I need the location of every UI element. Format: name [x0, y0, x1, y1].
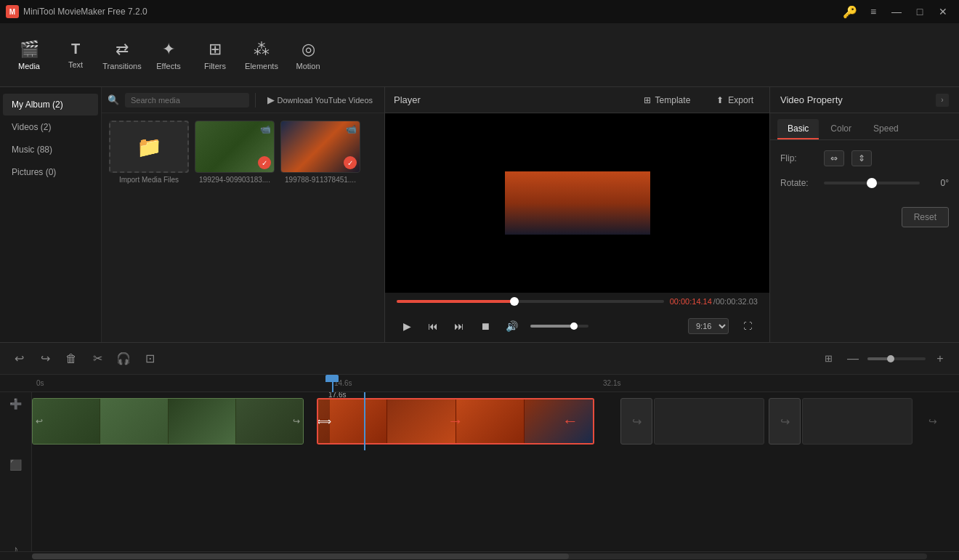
elements-icon: ⁂ [254, 40, 270, 59]
flip-row: Flip: ⇔ ⇕ [780, 150, 949, 166]
export-button[interactable]: ⬆ Export [709, 92, 761, 108]
progress-bar[interactable]: 00:00:14.14 / 00:00:32.03 [394, 293, 761, 310]
zoom-track[interactable] [867, 357, 926, 360]
scroll-track[interactable] [32, 553, 927, 559]
video-clip-2[interactable]: ⟺ → ← [317, 398, 594, 445]
flip-horizontal-button[interactable]: ⇔ [824, 150, 844, 166]
toolbar-filters[interactable]: ⊞ Filters [192, 29, 238, 81]
media-thumb-1[interactable]: 📹 ✓ [195, 121, 275, 173]
volume-thumb[interactable] [570, 322, 578, 330]
rotate-slider[interactable] [824, 182, 920, 184]
toolbar-text[interactable]: T Text [52, 29, 99, 81]
stop-button[interactable]: ⏹ [475, 316, 495, 336]
zoom-thumb[interactable] [887, 355, 894, 362]
tab-speed[interactable]: Speed [863, 119, 909, 139]
main-container: 🎬 Media T Text ⇄ Transitions ✦ Effects ⊞… [0, 23, 959, 560]
menu-button[interactable]: ≡ [863, 3, 883, 20]
rotate-value: 0° [927, 178, 949, 188]
app-logo: M [6, 5, 19, 18]
sidebar-item-my-album[interactable]: My Album (2) [3, 94, 98, 115]
rotate-row: Rotate: 0° [780, 178, 949, 188]
flip-vertical-button[interactable]: ⇕ [851, 150, 872, 166]
ruler-mark-0s: 0s [36, 379, 44, 387]
import-thumb[interactable]: 📁 [109, 121, 189, 173]
cut-button[interactable]: ✂ [87, 349, 108, 369]
toolbar-motion[interactable]: ◎ Motion [285, 29, 331, 81]
toolbar-transitions[interactable]: ⇄ Transitions [99, 29, 145, 81]
toolbar-elements[interactable]: ⁂ Elements [238, 29, 285, 81]
transition-slot-1[interactable]: ↪ [620, 398, 652, 445]
undo-button[interactable]: ↩ [9, 349, 29, 369]
redo-button[interactable]: ↪ [35, 349, 55, 369]
volume-button[interactable]: 🔊 [501, 316, 522, 336]
titlebar-controls: 🔑 ≡ — □ ✕ [840, 3, 953, 20]
property-content: Flip: ⇔ ⇕ Rotate: 0° [770, 140, 959, 198]
download-youtube-button[interactable]: ▶ Download YouTube Videos [262, 92, 379, 108]
template-button[interactable]: ⊞ Template [636, 92, 698, 108]
sidebar-item-videos[interactable]: Videos (2) [3, 116, 98, 138]
search-input[interactable] [125, 93, 249, 107]
zoom-out-button[interactable]: — [843, 349, 863, 369]
key-icon: 🔑 [843, 5, 857, 19]
clip2-resize-left[interactable]: ⟺ [318, 399, 330, 443]
next-frame-button[interactable]: ⏭ [449, 316, 469, 336]
audio-button[interactable]: 🎧 [113, 349, 134, 369]
progress-thumb[interactable] [510, 297, 519, 306]
media-file-2[interactable]: 📹 ✓ 199788-911378451.... [280, 121, 360, 184]
media-thumb-2[interactable]: 📹 ✓ [280, 121, 360, 173]
toolbar-motion-label: Motion [296, 62, 320, 70]
transition-slot-3[interactable]: ↪ [769, 398, 801, 445]
check-badge-2: ✓ [344, 156, 357, 169]
transition-slot-4[interactable]: ↪ [926, 398, 940, 445]
add-media-button[interactable]: ➕ [6, 398, 26, 410]
left-panel: My Album (2) Videos (2) Music (88) Pictu… [0, 87, 385, 342]
audio-track-icon: ♪ [6, 543, 26, 551]
play-button[interactable]: ▶ [397, 316, 417, 336]
tab-color[interactable]: Color [820, 119, 862, 139]
key-button[interactable]: 🔑 [840, 3, 860, 20]
app-title: MiniTool MovieMaker Free 7.2.0 [23, 7, 147, 17]
timeline-toolbar: ↩ ↪ 🗑 ✂ 🎧 ⊡ ⊞ — + [0, 343, 959, 375]
scroll-thumb[interactable] [32, 553, 569, 559]
ruler-cursor-line [332, 375, 333, 392]
time-current: 00:00:14.14 [670, 297, 712, 306]
media-file-1[interactable]: 📹 ✓ 199294-909903183.... [195, 121, 275, 184]
video-clip-1[interactable]: ↩ ↪ [32, 398, 304, 445]
delete-button[interactable]: 🗑 [61, 349, 81, 369]
transition-icon-1: ↪ [632, 415, 642, 429]
text-icon: T [71, 41, 80, 57]
controls-row: ▶ ⏮ ⏭ ⏹ 🔊 9:16 16:9 1:1 4:3 ⛶ [394, 310, 761, 342]
fullscreen-button[interactable]: ⛶ [737, 316, 758, 336]
clip2-timestamp: 17.6s [328, 392, 346, 399]
transition-icon-4: ↪ [928, 415, 937, 427]
close-button[interactable]: ✕ [933, 3, 953, 20]
collapse-button[interactable]: › [936, 94, 949, 107]
sidebar-item-pictures[interactable]: Pictures (0) [3, 161, 98, 183]
check-badge-1: ✓ [258, 156, 271, 169]
clip2-thumb-4 [525, 399, 593, 443]
clip1-thumb-2 [100, 399, 168, 444]
tab-basic[interactable]: Basic [777, 119, 819, 139]
toolbar-effects[interactable]: ✦ Effects [145, 29, 192, 81]
video-frame [505, 113, 650, 293]
zoom-fit-button[interactable]: ⊞ [818, 349, 838, 369]
reset-button[interactable]: Reset [902, 207, 949, 227]
zoom-in-button[interactable]: + [930, 349, 950, 369]
toolbar-media[interactable]: 🎬 Media [6, 29, 52, 81]
aspect-ratio-select[interactable]: 9:16 16:9 1:1 4:3 [688, 318, 729, 334]
empty-clip-slot-2 [802, 398, 913, 445]
rotate-label: Rotate: [780, 178, 817, 188]
sidebar-item-music[interactable]: Music (88) [3, 139, 98, 161]
maximize-button[interactable]: □ [910, 3, 930, 20]
video-track-icon: ⬛ [6, 459, 26, 471]
camera-icon-2: 📹 [346, 124, 357, 134]
crop-button[interactable]: ⊡ [139, 349, 160, 369]
prev-frame-button[interactable]: ⏮ [423, 316, 443, 336]
progress-track[interactable] [397, 300, 664, 303]
clip1-left-arrow: ↩ [36, 416, 43, 426]
volume-track[interactable] [530, 325, 588, 328]
minimize-button[interactable]: — [886, 3, 907, 20]
import-media-item[interactable]: 📁 Import Media Files [109, 121, 189, 184]
effects-icon: ✦ [162, 40, 175, 59]
empty-clip-slot-1 [654, 398, 764, 445]
